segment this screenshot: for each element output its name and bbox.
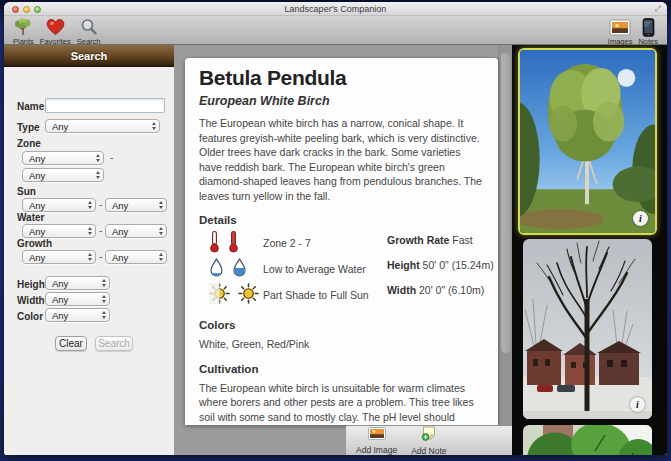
- stepper-arrows-icon: [88, 227, 92, 235]
- toolbar: Plants Favorites Search: [4, 16, 667, 45]
- cultivation-text: The European white birch is unsuitable f…: [199, 381, 484, 426]
- scrollbar[interactable]: [498, 45, 512, 425]
- facts-column: Growth Rate Fast Height 50' 0" (15.24m) …: [387, 234, 494, 309]
- stepper-arrows-icon: [159, 227, 163, 235]
- sun-partshade-icon: [209, 283, 230, 308]
- stepper-arrows-icon: [96, 171, 100, 179]
- photo-panel: i: [512, 45, 667, 455]
- stepper-arrows-icon: [96, 154, 100, 162]
- details-block: Zone 2 - 7: [199, 230, 484, 308]
- add-image-label: Add Image: [356, 445, 397, 455]
- notes-icon: [642, 18, 655, 36]
- stepper-arrows-icon: [88, 201, 92, 209]
- sun-full-icon: [238, 283, 259, 308]
- sun-label: Sun: [17, 186, 36, 197]
- stepper-arrows-icon: [159, 201, 163, 209]
- images-icon: [609, 18, 631, 36]
- photo-summer-birch[interactable]: i: [518, 48, 657, 235]
- zone-range-dash: -: [110, 152, 113, 163]
- favorites-button[interactable]: Favorites: [40, 18, 71, 46]
- info-icon[interactable]: i: [630, 397, 645, 412]
- cultivation-heading: Cultivation: [199, 363, 484, 375]
- plant-card: Betula Pendula European White Birch The …: [185, 58, 498, 425]
- photo-winter-tree[interactable]: i: [523, 239, 652, 419]
- scrollbar-thumb[interactable]: [501, 53, 510, 353]
- images-button[interactable]: Images: [608, 18, 633, 46]
- water-label: Water: [17, 212, 44, 223]
- height-select[interactable]: Any: [45, 276, 110, 290]
- name-input[interactable]: [45, 98, 165, 113]
- clear-button[interactable]: Clear: [55, 336, 87, 351]
- sidebar-header: Search: [4, 45, 174, 67]
- type-label: Type: [17, 122, 40, 133]
- tree-icon: [13, 18, 33, 36]
- growth-from-select[interactable]: Any: [22, 250, 96, 264]
- thermometer-full-icon: [228, 230, 239, 257]
- water-value: Low to Average Water: [263, 263, 366, 275]
- search-button[interactable]: Search: [95, 336, 133, 351]
- height-fact: Height 50' 0" (15.24m): [387, 259, 494, 271]
- add-image-button[interactable]: Add Image: [356, 426, 397, 455]
- waterdrop-low-icon: [209, 258, 224, 281]
- water-from-select[interactable]: Any: [22, 224, 96, 238]
- growth-rate-fact: Growth Rate Fast: [387, 234, 494, 246]
- type-select[interactable]: Any: [45, 119, 160, 133]
- stepper-arrows-icon: [102, 311, 106, 319]
- growth-to-select[interactable]: Any: [105, 250, 167, 264]
- add-note-label: Add Note: [411, 446, 446, 456]
- app-window: Landscaper's Companion ⤢ Plants: [4, 2, 667, 455]
- plant-title: Betula Pendula: [199, 66, 484, 90]
- plants-button[interactable]: Plants: [13, 18, 34, 46]
- plant-description: The European white birch has a narrow, c…: [199, 116, 484, 203]
- width-fact: Width 20' 0" (6.10m): [387, 284, 494, 296]
- water-range-dash: -: [99, 225, 102, 236]
- window-title: Landscaper's Companion: [4, 4, 667, 14]
- name-label: Name: [17, 101, 44, 112]
- height-label: Height: [17, 279, 48, 290]
- water-to-select[interactable]: Any: [105, 224, 167, 238]
- search-sidebar: Search Name Type Any Zone Any - Any Sun …: [4, 45, 175, 455]
- color-label: Color: [17, 311, 43, 322]
- stepper-arrows-icon: [88, 253, 92, 261]
- growth-range-dash: -: [99, 251, 102, 262]
- heart-icon: [46, 18, 65, 36]
- summer-birch-image: [520, 50, 655, 233]
- photo-leaves-closeup[interactable]: [523, 425, 652, 455]
- notes-button[interactable]: Notes: [638, 18, 658, 46]
- sun-to-select[interactable]: Any: [105, 198, 167, 212]
- add-image-icon: [368, 426, 386, 444]
- sidebar-header-title: Search: [71, 50, 108, 62]
- stepper-arrows-icon: [152, 122, 156, 130]
- colors-heading: Colors: [199, 319, 484, 331]
- add-note-button[interactable]: Add Note: [411, 426, 446, 456]
- width-select[interactable]: Any: [45, 292, 110, 306]
- titlebar[interactable]: Landscaper's Companion ⤢: [4, 2, 667, 16]
- search-icon: [80, 18, 98, 36]
- leaves-closeup-image: [523, 425, 652, 455]
- growth-label: Growth: [17, 238, 52, 249]
- sun-from-select[interactable]: Any: [22, 198, 96, 212]
- waterdrop-half-icon: [232, 258, 247, 281]
- search-toolbar-button[interactable]: Search: [77, 18, 101, 46]
- zone-from-select[interactable]: Any: [22, 151, 104, 165]
- width-label: Width: [17, 295, 45, 306]
- sun-value: Part Shade to Full Sun: [263, 289, 369, 301]
- thermometer-empty-icon: [209, 230, 220, 257]
- details-heading: Details: [199, 214, 484, 226]
- info-icon[interactable]: i: [633, 211, 648, 226]
- zone-value: Zone 2 - 7: [263, 237, 311, 249]
- winter-tree-image: [523, 239, 652, 419]
- plant-common-name: European White Birch: [199, 94, 484, 108]
- color-select[interactable]: Any: [45, 308, 110, 322]
- zone-label: Zone: [17, 138, 41, 149]
- sun-range-dash: -: [99, 199, 102, 210]
- fullscreen-icon[interactable]: ⤢: [655, 4, 661, 14]
- zone-to-select[interactable]: Any: [22, 168, 104, 182]
- stepper-arrows-icon: [102, 279, 106, 287]
- stepper-arrows-icon: [102, 295, 106, 303]
- stepper-arrows-icon: [159, 253, 163, 261]
- plant-detail-pane: Betula Pendula European White Birch The …: [175, 45, 512, 455]
- colors-value: White, Green, Red/Pink: [199, 337, 484, 352]
- add-note-icon: [421, 426, 437, 445]
